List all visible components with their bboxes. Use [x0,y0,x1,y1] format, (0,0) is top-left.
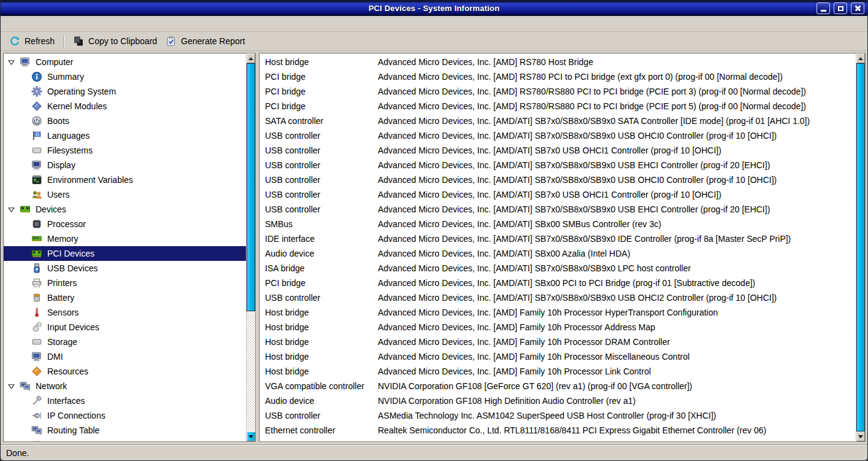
sidebar-item-languages[interactable]: Languages [4,128,246,143]
menu-item[interactable] [28,22,40,26]
drive-icon [31,145,42,156]
expander-triangle-icon[interactable] [7,58,20,66]
device-row[interactable]: Host bridge Advanced Micro Devices, Inc.… [259,320,856,335]
sidebar-item-printers[interactable]: Printers [4,276,246,290]
sidebar-item-computer[interactable]: Computer [4,55,246,69]
sidebar-item-display[interactable]: Display [4,158,246,172]
minimize-button[interactable] [816,2,830,14]
device-row[interactable]: USB controller Advanced Micro Devices, I… [259,172,856,187]
sidebar-item-filesystems[interactable]: Filesystems [4,143,246,158]
titlebar[interactable]: PCI Devices - System Information [1,1,867,16]
minimize-icon [821,10,826,12]
scroll-down-button[interactable] [856,432,865,441]
device-row[interactable]: USB controller Advanced Micro Devices, I… [259,187,856,202]
sidebar-item-users[interactable]: Users [4,187,246,202]
menu-item[interactable] [16,22,28,26]
sidebar-item-interfaces[interactable]: Interfaces [4,393,246,408]
device-row[interactable]: USB controller Advanced Micro Devices, I… [259,143,856,158]
scroll-down-button[interactable] [247,432,255,441]
sidebar-item-partial[interactable] [4,438,246,441]
maximize-button[interactable] [834,2,847,14]
sidebar-item-devices[interactable]: Devices [4,202,246,217]
device-row[interactable]: Host bridge Advanced Micro Devices, Inc.… [259,55,856,69]
scroll-up-button[interactable] [247,53,255,63]
device-row[interactable]: Host bridge Advanced Micro Devices, Inc.… [259,305,856,320]
sidebar-tree: Computer Summary Operating System Kernel… [4,53,246,441]
report-label: Generate Report [181,36,245,46]
battery-icon [31,292,42,303]
device-row[interactable]: USB controller Advanced Micro Devices, I… [259,158,856,172]
sidebar-item-kernel-modules[interactable]: Kernel Modules [4,99,246,114]
sidebar-item-memory[interactable]: Memory [4,231,246,246]
sidebar-item-battery[interactable]: Battery [4,290,246,305]
sidebar-item-operating-system[interactable]: Operating System [4,84,246,99]
sidebar-item-summary[interactable]: Summary [4,69,246,84]
sidebar-item-network[interactable]: Network [4,379,246,393]
sidebar-item-storage[interactable]: Storage [4,335,246,349]
device-row[interactable]: PCI bridge Advanced Micro Devices, Inc. … [259,84,856,99]
scrollbar-thumb[interactable] [856,63,865,432]
device-row[interactable]: PCI bridge Advanced Micro Devices, Inc. … [259,99,856,114]
device-row[interactable]: PCI bridge Advanced Micro Devices, Inc. … [259,69,856,84]
device-row[interactable]: USB controller Advanced Micro Devices, I… [259,128,856,143]
device-row[interactable]: PCI bridge Advanced Micro Devices, Inc. … [259,276,856,290]
content-scrollbar[interactable] [856,53,865,441]
device-row[interactable]: SMBus Advanced Micro Devices, Inc. [AMD/… [259,217,856,231]
device-row[interactable]: Audio device Advanced Micro Devices, Inc… [259,246,856,261]
device-row[interactable]: Ethernet controller Realtek Semiconducto… [259,423,856,438]
drive-icon [31,336,42,347]
device-row[interactable]: VGA compatible controller NVIDIA Corpora… [259,379,856,393]
refresh-icon [9,36,20,47]
app-window: PCI Devices - System Information Refresh… [0,0,868,461]
sidebar-item-routing-table[interactable]: Routing Table [4,423,246,438]
sidebar-item-input-devices[interactable]: Input Devices [4,320,246,335]
close-icon [855,5,861,12]
device-row[interactable]: IDE interface Advanced Micro Devices, In… [259,231,856,246]
scrollbar-track[interactable] [856,63,865,432]
kernel-diamond-icon [31,101,42,112]
generate-report-button[interactable]: Generate Report [161,34,249,48]
device-row[interactable]: SATA controller Advanced Micro Devices, … [259,114,856,128]
refresh-button[interactable]: Refresh [5,34,59,48]
sidebar-item-resources[interactable]: Resources [4,364,246,379]
pci-board-icon [31,248,42,259]
sidebar-item-boots[interactable]: Boots [4,114,246,128]
device-row[interactable]: USB controller Advanced Micro Devices, I… [259,290,856,305]
plug-icon [31,410,42,421]
copy-to-clipboard-button[interactable]: Copy to Clipboard [69,34,161,48]
sidebar-scrollbar[interactable] [246,53,255,441]
device-row[interactable]: USB controller ASMedia Technology Inc. A… [259,408,856,423]
computer-icon [20,56,31,68]
pci-device-list: Host bridge Advanced Micro Devices, Inc.… [259,53,856,441]
scrollbar-thumb[interactable] [247,63,255,311]
cable-icon [31,395,42,406]
sidebar-item-dmi[interactable]: DMI [4,349,246,364]
menu-item[interactable] [4,22,16,26]
toolbar-separator [63,35,64,47]
device-row[interactable]: Host bridge Advanced Micro Devices, Inc.… [259,349,856,364]
gear-icon [31,86,42,97]
device-row[interactable]: ISA bridge Advanced Micro Devices, Inc. … [259,261,856,276]
device-row[interactable]: Host bridge Advanced Micro Devices, Inc.… [259,335,856,349]
mouse-icon [31,322,42,333]
sidebar-item-sensors[interactable]: Sensors [4,305,246,320]
generic-icon [31,440,42,441]
refresh-label: Refresh [25,36,55,46]
device-row[interactable]: Audio device NVIDIA Corporation GF108 Hi… [259,393,856,408]
device-row[interactable]: USB controller Advanced Micro Devices, I… [259,202,856,217]
scrollbar-track[interactable] [247,63,255,432]
expander-triangle-icon[interactable] [7,206,20,214]
sidebar-item-pci-devices[interactable]: PCI Devices [4,246,246,261]
close-button[interactable] [851,2,864,14]
sidebar-item-usb-devices[interactable]: USB Devices [4,261,246,276]
expander-triangle-icon[interactable] [7,382,20,390]
toolbar: Refresh Copy to Clipboard Generate Repor… [1,32,867,51]
window-controls [816,2,864,14]
computer-icon [31,351,42,362]
network-icon [31,425,42,436]
sidebar-item-processor[interactable]: Processor [4,217,246,231]
scroll-up-button[interactable] [856,53,865,63]
sidebar-item-ip-connections[interactable]: IP Connections [4,408,246,423]
sidebar-item-environment-variables[interactable]: Environment Variables [4,172,246,187]
device-row[interactable]: Host bridge Advanced Micro Devices, Inc.… [259,364,856,379]
